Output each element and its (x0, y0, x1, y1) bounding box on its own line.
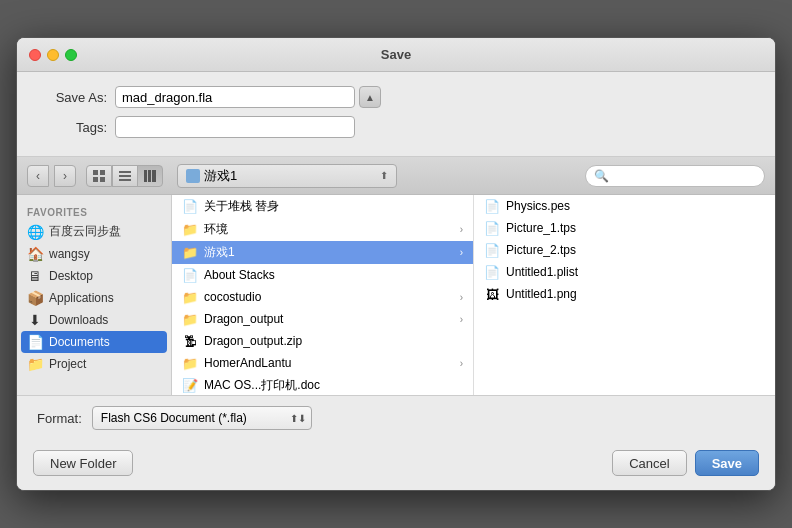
file-item[interactable]: 📄 Untitled1.plist (474, 261, 775, 283)
tags-row: Tags: (37, 116, 755, 138)
svg-rect-4 (119, 171, 131, 173)
file-pane-1: 📄 关于堆栈 替身 📁 环境 › 📁 游戏1 › 📄 About Stacks … (172, 195, 474, 395)
file-item[interactable]: 📄 关于堆栈 替身 (172, 195, 473, 218)
folder-icon: 📁 (182, 311, 198, 327)
path-dropdown[interactable]: 游戏1 ⬆ (177, 164, 397, 188)
tags-label: Tags: (37, 120, 107, 135)
dropdown-arrow-icon: ⬆ (380, 170, 388, 181)
sidebar-item-wangsy-label: wangsy (49, 247, 90, 261)
sidebar-item-applications-label: Applications (49, 291, 114, 305)
file-item-label: 环境 (204, 221, 228, 238)
sidebar-item-desktop-label: Desktop (49, 269, 93, 283)
doc-icon: 📝 (182, 378, 198, 394)
folder-icon: 📁 (182, 289, 198, 305)
button-row: New Folder Cancel Save (17, 440, 775, 490)
column-view-button[interactable] (137, 165, 163, 187)
folder-icon: 📁 (182, 245, 198, 261)
sidebar-item-downloads[interactable]: ⬇ Downloads (17, 309, 171, 331)
file-item[interactable]: 📄 Picture_2.tps (474, 239, 775, 261)
file-item-label: Dragon_output (204, 312, 283, 326)
chevron-right-icon: › (460, 247, 463, 258)
tags-input[interactable] (115, 116, 355, 138)
file-item[interactable]: 🗜 Dragon_output.zip (172, 330, 473, 352)
search-input[interactable] (613, 169, 753, 183)
sidebar-item-project[interactable]: 📁 Project (17, 353, 171, 375)
minimize-button[interactable] (47, 49, 59, 61)
svg-rect-8 (148, 170, 151, 182)
file-item-label: Picture_2.tps (506, 243, 576, 257)
file-item[interactable]: 📁 Dragon_output › (172, 308, 473, 330)
forward-button[interactable]: › (54, 165, 76, 187)
format-label: Format: (37, 411, 82, 426)
file-item[interactable]: 📝 MAC OS...打印机.doc (172, 374, 473, 395)
format-bar: Format: Flash CS6 Document (*.fla) ⬆⬇ (17, 395, 775, 440)
image-icon: 🖼 (484, 286, 500, 302)
svg-rect-0 (93, 170, 98, 175)
file-item-selected[interactable]: 📁 游戏1 › (172, 241, 473, 264)
save-as-row: Save As: ▲ (37, 86, 755, 108)
svg-rect-5 (119, 175, 131, 177)
save-dialog: Save Save As: ▲ Tags: ‹ › (16, 37, 776, 491)
svg-rect-9 (152, 170, 156, 182)
back-button[interactable]: ‹ (27, 165, 49, 187)
plist-icon: 📄 (484, 264, 500, 280)
file-item[interactable]: 📁 cocostudio › (172, 286, 473, 308)
file-item[interactable]: 📄 About Stacks (172, 264, 473, 286)
sidebar-item-desktop[interactable]: 🖥 Desktop (17, 265, 171, 287)
svg-rect-1 (100, 170, 105, 175)
sidebar-item-documents[interactable]: 📄 Documents (21, 331, 167, 353)
applications-icon: 📦 (27, 290, 43, 306)
cloud-icon: 🌐 (27, 224, 43, 240)
format-select-wrap: Flash CS6 Document (*.fla) ⬆⬇ (92, 406, 312, 430)
folder-icon: 📁 (182, 355, 198, 371)
sidebar-item-documents-label: Documents (49, 335, 110, 349)
file-item[interactable]: 📁 环境 › (172, 218, 473, 241)
sidebar-item-applications[interactable]: 📦 Applications (17, 287, 171, 309)
sidebar-item-wangsy[interactable]: 🏠 wangsy (17, 243, 171, 265)
search-icon: 🔍 (594, 169, 609, 183)
traffic-lights (29, 49, 77, 61)
filename-input[interactable] (115, 86, 355, 108)
expand-button[interactable]: ▲ (359, 86, 381, 108)
file-item-label: cocostudio (204, 290, 261, 304)
file-item[interactable]: 📄 Picture_1.tps (474, 217, 775, 239)
file-item-label: Picture_1.tps (506, 221, 576, 235)
view-buttons (86, 165, 163, 187)
cancel-button[interactable]: Cancel (612, 450, 686, 476)
svg-rect-7 (144, 170, 147, 182)
list-view-button[interactable] (112, 165, 138, 187)
search-bar[interactable]: 🔍 (585, 165, 765, 187)
maximize-button[interactable] (65, 49, 77, 61)
file-icon: 📄 (484, 242, 500, 258)
chevron-right-icon: › (460, 314, 463, 325)
top-form: Save As: ▲ Tags: (17, 72, 775, 157)
file-item-label: 关于堆栈 替身 (204, 198, 279, 215)
file-item[interactable]: 📄 Physics.pes (474, 195, 775, 217)
downloads-icon: ⬇ (27, 312, 43, 328)
file-icon: 📄 (484, 220, 500, 236)
file-pane-2: 📄 Physics.pes 📄 Picture_1.tps 📄 Picture_… (474, 195, 775, 395)
sidebar-item-baidu[interactable]: 🌐 百度云同步盘 (17, 220, 171, 243)
close-button[interactable] (29, 49, 41, 61)
file-item-label: 游戏1 (204, 244, 235, 261)
file-item-label: About Stacks (204, 268, 275, 282)
window-title: Save (381, 47, 411, 62)
file-icon: 📄 (484, 198, 500, 214)
project-icon: 📁 (27, 356, 43, 372)
file-item-label: Physics.pes (506, 199, 570, 213)
new-folder-button[interactable]: New Folder (33, 450, 133, 476)
save-button[interactable]: Save (695, 450, 759, 476)
file-icon: 📄 (182, 199, 198, 215)
zip-icon: 🗜 (182, 333, 198, 349)
format-select[interactable]: Flash CS6 Document (*.fla) (92, 406, 312, 430)
file-item-label: HomerAndLantu (204, 356, 291, 370)
icon-view-button[interactable] (86, 165, 112, 187)
file-item[interactable]: 🖼 Untitled1.png (474, 283, 775, 305)
svg-rect-6 (119, 179, 131, 181)
toolbar: ‹ › 游戏1 ⬆ 🔍 (17, 157, 775, 195)
file-item[interactable]: 📁 HomerAndLantu › (172, 352, 473, 374)
sidebar-item-downloads-label: Downloads (49, 313, 108, 327)
chevron-right-icon: › (460, 224, 463, 235)
save-as-label: Save As: (37, 90, 107, 105)
file-icon: 📄 (182, 267, 198, 283)
